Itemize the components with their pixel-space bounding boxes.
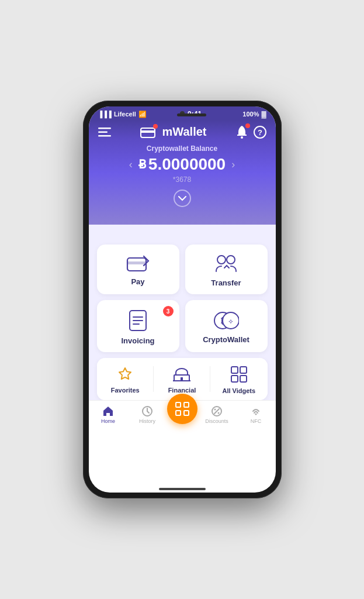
- home-label: Home: [101, 418, 115, 424]
- svg-rect-4: [141, 130, 155, 133]
- pay-label: Pay: [131, 277, 144, 286]
- signal-icon: ▐▐▐: [98, 111, 112, 118]
- svg-text:?: ?: [258, 128, 262, 137]
- speaker: [177, 113, 206, 116]
- bottom-nav: Home History: [89, 400, 276, 428]
- history-label: History: [139, 418, 155, 424]
- invoicing-card[interactable]: 3 Invoicing: [97, 300, 179, 352]
- balance-amount: Ƀ 5.0000000: [138, 155, 226, 174]
- svg-point-36: [255, 414, 257, 415]
- invoicing-icon: [129, 309, 147, 332]
- status-left: ▐▐▐ Lifecell 📶: [98, 111, 147, 118]
- transfer-icon: [214, 254, 238, 274]
- svg-rect-31: [184, 411, 189, 415]
- cryptowallet-label: CryptoWallet: [203, 335, 249, 344]
- card-badge: [153, 124, 158, 129]
- account-number: *3678: [98, 175, 266, 184]
- nav-scan[interactable]: [167, 405, 197, 424]
- home-bar: [159, 488, 206, 490]
- discounts-icon: [211, 405, 223, 417]
- home-icon: [102, 405, 114, 417]
- svg-rect-9: [127, 261, 146, 264]
- allwidgets-icon: [231, 366, 247, 383]
- pay-icon: [126, 255, 150, 273]
- header-icons: ?: [236, 126, 266, 139]
- cryptowallet-icon: ₿ ⟡: [213, 311, 239, 331]
- svg-text:⟡: ⟡: [228, 317, 233, 325]
- svg-rect-23: [231, 367, 238, 373]
- notification-button[interactable]: [236, 126, 248, 139]
- nfc-icon: [250, 405, 262, 417]
- wave-divider: [89, 225, 276, 236]
- svg-point-34: [214, 409, 216, 411]
- notification-badge: [245, 123, 250, 128]
- scan-button[interactable]: [167, 394, 197, 424]
- svg-rect-24: [240, 367, 247, 373]
- financial-label: Financial: [168, 387, 196, 394]
- screen: ▐▐▐ Lifecell 📶 9:41 100% ▓: [89, 106, 276, 493]
- nfc-label: NFC: [251, 418, 262, 424]
- discounts-label: Discounts: [205, 418, 228, 424]
- menu-button[interactable]: [98, 128, 111, 137]
- nav-history[interactable]: History: [128, 405, 167, 424]
- action-grid: Pay Transfer: [97, 245, 268, 352]
- carrier-name: Lifecell: [114, 111, 136, 118]
- svg-rect-1: [98, 131, 108, 133]
- balance-section: Cryptowallet Balance ‹ Ƀ 5.0000000 › *36…: [89, 139, 276, 225]
- app-title: mWallet: [162, 125, 207, 139]
- history-icon: [141, 405, 153, 417]
- financial-icon: [173, 367, 190, 382]
- favorites-label: Favorites: [111, 387, 140, 394]
- svg-point-11: [227, 256, 235, 264]
- nav-home[interactable]: Home: [89, 405, 128, 424]
- collapse-button[interactable]: [174, 190, 191, 207]
- main-content: Pay Transfer: [89, 236, 276, 400]
- transfer-label: Transfer: [211, 278, 241, 287]
- app-header: mWallet ?: [89, 121, 276, 139]
- allwidgets-label: All Vidgets: [223, 387, 256, 394]
- phone-frame: ▐▐▐ Lifecell 📶 9:41 100% ▓: [83, 101, 282, 498]
- card-button[interactable]: [140, 126, 155, 138]
- balance-label: Cryptowallet Balance: [98, 144, 266, 153]
- svg-rect-30: [176, 411, 181, 415]
- balance-value: 5.0000000: [148, 155, 226, 174]
- pay-card[interactable]: Pay: [97, 245, 179, 294]
- svg-rect-2: [98, 135, 111, 137]
- svg-point-5: [241, 136, 243, 139]
- help-button[interactable]: ?: [254, 126, 266, 139]
- wifi-icon: 📶: [138, 111, 147, 118]
- svg-rect-28: [176, 402, 181, 407]
- svg-rect-26: [240, 376, 247, 382]
- svg-point-35: [218, 412, 220, 414]
- favorites-card[interactable]: Favorites: [97, 358, 154, 400]
- svg-rect-25: [231, 376, 238, 382]
- balance-prev[interactable]: ‹: [129, 159, 133, 171]
- nav-discounts[interactable]: Discounts: [197, 405, 237, 424]
- svg-rect-0: [98, 128, 111, 129]
- battery-icon: ▓: [261, 111, 266, 118]
- allwidgets-card[interactable]: All Vidgets: [210, 358, 267, 400]
- status-right: 100% ▓: [242, 111, 266, 118]
- balance-next[interactable]: ›: [231, 159, 235, 171]
- transfer-card[interactable]: Transfer: [185, 245, 268, 294]
- cryptowallet-card[interactable]: ₿ ⟡ CryptoWallet: [185, 300, 268, 352]
- battery-percent: 100%: [242, 111, 259, 118]
- balance-symbol: Ƀ: [138, 157, 147, 171]
- invoicing-badge: 3: [163, 306, 174, 316]
- svg-rect-29: [184, 402, 189, 407]
- invoicing-label: Invoicing: [121, 336, 154, 345]
- nav-nfc[interactable]: NFC: [237, 405, 276, 424]
- svg-point-10: [217, 256, 226, 264]
- balance-row: ‹ Ƀ 5.0000000 ›: [98, 155, 266, 174]
- favorites-icon: [117, 367, 133, 382]
